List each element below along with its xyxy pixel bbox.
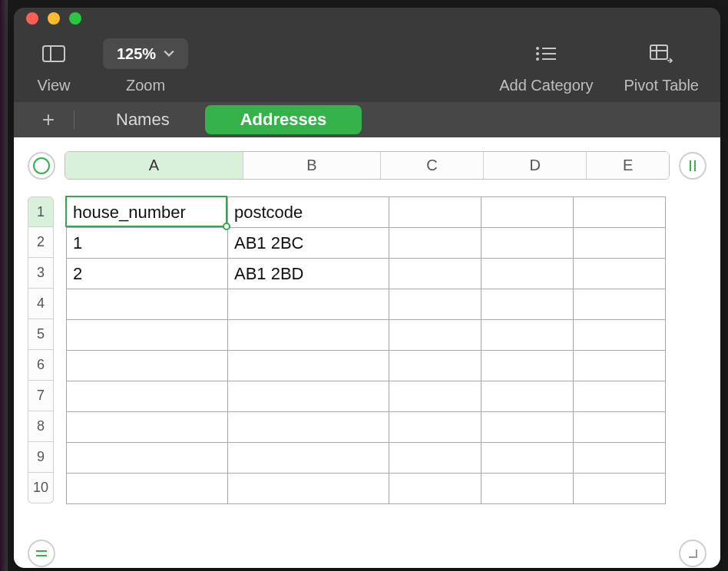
view-button[interactable] xyxy=(35,38,72,69)
cell-E5[interactable] xyxy=(574,320,666,351)
cell-B10[interactable] xyxy=(228,474,389,504)
cell-A1[interactable]: house_number xyxy=(67,197,228,228)
svg-rect-0 xyxy=(43,46,65,61)
cell-C8[interactable] xyxy=(389,412,481,443)
row-header-10[interactable]: 10 xyxy=(28,473,54,503)
cell-E8[interactable] xyxy=(574,412,666,443)
row-header-3[interactable]: 3 xyxy=(28,258,54,289)
pivot-table-button[interactable] xyxy=(643,38,680,69)
cell-B7[interactable] xyxy=(228,381,389,412)
svg-point-4 xyxy=(536,52,539,55)
cell-C7[interactable] xyxy=(389,381,481,412)
col-header-C[interactable]: C xyxy=(381,152,484,179)
cell-C2[interactable] xyxy=(389,228,481,259)
cell-C10[interactable] xyxy=(389,474,481,504)
cell-A4[interactable] xyxy=(67,289,228,320)
toolbar: View 125% Zoom Add Category xyxy=(14,29,720,102)
cell-D1[interactable] xyxy=(481,197,574,228)
zoom-label: Zoom xyxy=(126,77,165,94)
cell-A5[interactable] xyxy=(67,320,228,351)
pivot-label: Pivot Table xyxy=(624,77,699,94)
cell-B9[interactable] xyxy=(228,443,389,474)
cell-A7[interactable] xyxy=(67,381,228,412)
column-headers: A B C D E xyxy=(65,151,670,180)
window-zoom-button[interactable] xyxy=(69,12,81,25)
cell-E10[interactable] xyxy=(574,474,666,504)
cell-A3[interactable]: 2 xyxy=(67,259,228,289)
add-column-button[interactable] xyxy=(679,152,706,180)
selection-handle[interactable] xyxy=(223,223,230,230)
window-close-button[interactable] xyxy=(26,12,38,25)
col-header-B[interactable]: B xyxy=(243,152,381,179)
columns-icon xyxy=(687,160,698,172)
window-minimize-button[interactable] xyxy=(48,12,60,25)
tab-separator xyxy=(74,111,74,129)
row-header-5[interactable]: 5 xyxy=(28,319,54,350)
add-row-button[interactable] xyxy=(28,540,55,567)
cell-B8[interactable] xyxy=(228,412,389,443)
cell-C5[interactable] xyxy=(389,320,481,351)
row-header-8[interactable]: 8 xyxy=(28,411,54,442)
table-handle-origin[interactable] xyxy=(28,152,55,180)
chevron-down-icon xyxy=(164,48,174,59)
cell-C9[interactable] xyxy=(389,443,481,474)
cell-D9[interactable] xyxy=(481,443,574,474)
cell-E6[interactable] xyxy=(574,351,666,381)
cell-C1[interactable] xyxy=(389,197,481,228)
resize-handle[interactable] xyxy=(679,540,706,567)
cell-B3[interactable]: AB1 2BD xyxy=(228,259,389,289)
cell-A2[interactable]: 1 xyxy=(67,228,228,259)
cell-E1[interactable] xyxy=(574,197,666,228)
add-category-button[interactable] xyxy=(528,38,564,69)
cell-E3[interactable] xyxy=(574,259,666,289)
cell-B1[interactable]: postcode xyxy=(228,197,389,228)
row-header-7[interactable]: 7 xyxy=(28,381,54,411)
col-header-E[interactable]: E xyxy=(587,152,669,179)
col-header-D[interactable]: D xyxy=(484,152,587,179)
row-header-2[interactable]: 2 xyxy=(28,227,54,258)
pivot-icon xyxy=(650,45,673,63)
list-icon xyxy=(534,45,558,62)
cell-D7[interactable] xyxy=(481,381,574,412)
cell-E7[interactable] xyxy=(574,381,666,412)
cell-C6[interactable] xyxy=(389,351,481,381)
sheet-tabstrip: + Names Addresses xyxy=(14,102,720,137)
cell-C3[interactable] xyxy=(389,259,481,289)
cell-A8[interactable] xyxy=(67,412,228,443)
zoom-value: 125% xyxy=(117,45,156,63)
row-header-4[interactable]: 4 xyxy=(28,289,54,319)
add-sheet-button[interactable]: + xyxy=(29,102,68,137)
cell-E4[interactable] xyxy=(574,289,666,320)
col-header-A[interactable]: A xyxy=(65,152,243,179)
cell-B6[interactable] xyxy=(228,351,389,381)
cell-D6[interactable] xyxy=(481,351,574,381)
cell-E9[interactable] xyxy=(574,443,666,474)
sidebar-icon xyxy=(42,45,65,62)
cell-C4[interactable] xyxy=(389,289,481,320)
cell-D8[interactable] xyxy=(481,412,574,443)
cells-grid: house_number postcode 1 AB1 2BC xyxy=(66,196,666,504)
cell-A9[interactable] xyxy=(67,443,228,474)
cell-E2[interactable] xyxy=(574,228,666,259)
row-header-9[interactable]: 9 xyxy=(28,442,54,473)
app-window: View 125% Zoom Add Category xyxy=(14,8,720,568)
cell-D2[interactable] xyxy=(481,228,574,259)
cell-D4[interactable] xyxy=(481,289,574,320)
cell-A6[interactable] xyxy=(67,351,228,381)
row-headers: 1 2 3 4 5 6 7 8 9 10 xyxy=(28,196,54,504)
cell-B4[interactable] xyxy=(228,289,389,320)
cell-D3[interactable] xyxy=(481,259,574,289)
tab-names-label: Names xyxy=(116,110,170,130)
row-header-1[interactable]: 1 xyxy=(28,196,54,227)
cell-D5[interactable] xyxy=(481,320,574,351)
cell-B2[interactable]: AB1 2BC xyxy=(228,228,389,259)
cell-A10[interactable] xyxy=(67,474,228,504)
corner-icon xyxy=(686,546,700,560)
zoom-dropdown[interactable]: 125% xyxy=(103,38,188,69)
tab-addresses[interactable]: Addresses xyxy=(205,105,362,134)
tab-names[interactable]: Names xyxy=(81,102,205,137)
cell-B5[interactable] xyxy=(228,320,389,351)
row-header-6[interactable]: 6 xyxy=(28,350,54,381)
svg-rect-8 xyxy=(650,45,667,59)
cell-D10[interactable] xyxy=(481,474,574,504)
